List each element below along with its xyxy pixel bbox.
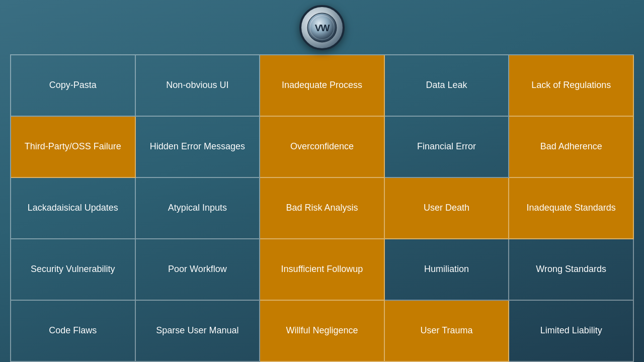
grid-cell-5: Third-Party/OSS Failure: [11, 117, 136, 178]
vw-logo-icon: VW: [307, 13, 337, 43]
grid-cell-21: Sparse User Manual: [136, 301, 261, 362]
grid-cell-19: Wrong Standards: [509, 239, 634, 301]
grid-cell-20: Code Flaws: [11, 301, 136, 362]
grid-cell-12: Bad Risk Analysis: [260, 178, 385, 239]
grid-cell-9: Bad Adherence: [509, 117, 634, 178]
grid-cell-16: Poor Workflow: [136, 239, 261, 301]
grid-cell-4: Lack of Regulations: [509, 55, 634, 117]
grid-cell-11: Atypical Inputs: [136, 178, 261, 239]
grid-cell-13: User Death: [385, 178, 510, 239]
grid-cell-23: User Trauma: [385, 301, 510, 362]
grid-cell-3: Data Leak: [385, 55, 510, 117]
grid-cell-17: Insufficient Followup: [260, 239, 385, 301]
bingo-grid: Copy-PastaNon-obvious UIInadequate Proce…: [10, 54, 634, 362]
grid-cell-7: Overconfidence: [260, 117, 385, 178]
grid-cell-1: Non-obvious UI: [136, 55, 261, 117]
grid-cell-0: Copy-Pasta: [11, 55, 136, 117]
grid-cell-8: Financial Error: [385, 117, 510, 178]
grid-cell-14: Inadequate Standards: [509, 178, 634, 239]
grid-cell-18: Humiliation: [385, 239, 510, 301]
grid-cell-24: Limited Liability: [509, 301, 634, 362]
grid-cell-22: Willful Negligence: [260, 301, 385, 362]
vw-logo-container: VW: [299, 5, 345, 50]
grid-cell-15: Security Vulnerability: [11, 239, 136, 301]
svg-text:VW: VW: [315, 23, 331, 33]
grid-cell-2: Inadequate Process: [260, 55, 385, 117]
grid-cell-10: Lackadaisical Updates: [11, 178, 136, 239]
grid-cell-6: Hidden Error Messages: [136, 117, 261, 178]
